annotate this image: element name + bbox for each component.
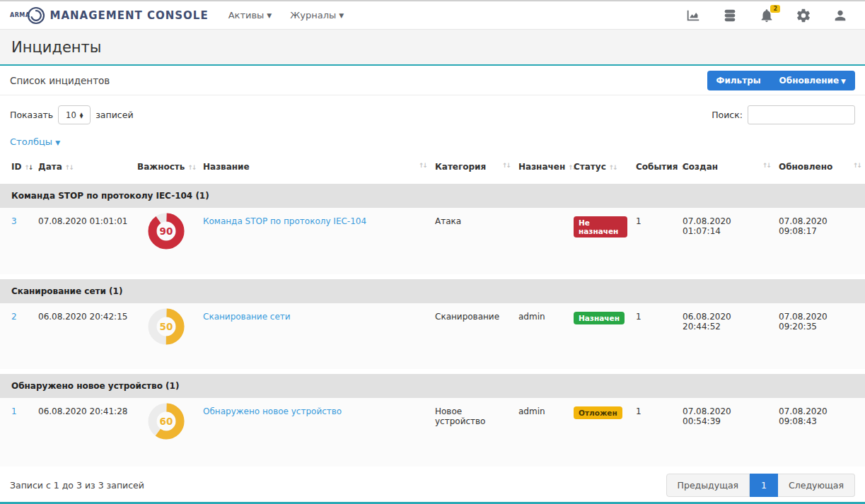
panel-title: Список инцидентов <box>10 75 110 86</box>
incident-assignee: admin <box>514 398 569 467</box>
incident-date: 06.08.2020 20:41:28 <box>34 398 133 467</box>
incident-id-link[interactable]: 3 <box>11 216 17 226</box>
incident-events-count: 1 <box>632 208 678 276</box>
chevron-down-icon: ▼ <box>339 12 344 19</box>
col-header-id[interactable]: ID↑↓ <box>0 155 34 182</box>
menu-journals-label: Журналы <box>290 10 336 20</box>
sort-icon: ↑↓ <box>502 162 510 169</box>
database-icon[interactable] <box>722 8 738 23</box>
col-header-label: Создан <box>683 162 718 172</box>
gear-icon[interactable] <box>796 8 811 23</box>
group-header-row: Сканирование сети (1) <box>0 276 865 303</box>
page-size-control: Показать 10 ▲▼ записей <box>10 105 134 124</box>
table-row: 3 07.08.2020 01:01:01 90 Команда STOP по… <box>0 208 865 276</box>
group-title: Команда STOP по протоколу IEC-104 (1) <box>0 182 865 209</box>
menu-assets-label: Активы <box>228 10 265 20</box>
col-header-severity[interactable]: Важность↑↓ <box>133 155 199 182</box>
page-title: Инциденты <box>11 39 854 56</box>
search-label: Поиск: <box>712 110 743 120</box>
next-page-button[interactable]: Следующая <box>778 474 855 497</box>
search-input[interactable] <box>748 105 855 124</box>
incident-name-link[interactable]: Обнаружено новое устройство <box>203 406 342 416</box>
incident-category: Атака <box>431 208 514 276</box>
chevron-down-icon: ▼ <box>841 78 846 85</box>
svg-text:90: 90 <box>159 225 173 237</box>
pagination: Предыдущая 1 Следующая <box>666 474 855 497</box>
col-header-label: Категория <box>435 162 486 172</box>
page-size-select[interactable]: 10 ▲▼ <box>58 105 91 124</box>
col-header-label: ID <box>11 162 21 172</box>
main-menu: Активы ▼ Журналы ▼ <box>228 10 344 20</box>
incident-assignee <box>514 208 569 276</box>
page-title-bar: Инциденты <box>0 30 865 66</box>
col-header-label: Важность <box>137 162 185 172</box>
sort-icon: ↑↓ <box>853 162 861 169</box>
arma-logo-text: ARMA <box>10 12 30 18</box>
filters-button[interactable]: Фильтры <box>707 71 770 90</box>
status-badge: Назначен <box>574 312 625 324</box>
area-chart-icon[interactable] <box>685 8 701 23</box>
col-header-label: Назначен <box>518 162 565 172</box>
sort-icon: ↑↓ <box>762 162 770 169</box>
sort-icon: ↑↓ <box>187 164 195 171</box>
show-label: Показать <box>10 110 53 120</box>
severity-gauge: 90 <box>147 212 185 250</box>
search-control: Поиск: <box>712 105 855 124</box>
columns-row: Столбцы ▼ <box>0 129 865 155</box>
refresh-button-label: Обновление <box>779 76 839 86</box>
severity-gauge: 50 <box>147 307 185 346</box>
col-header-category[interactable]: Категория↑↓ <box>431 155 514 182</box>
col-header-assignee[interactable]: Назначен↑↓ <box>514 155 569 182</box>
status-badge: Не назначен <box>574 216 627 238</box>
previous-page-button[interactable]: Предыдущая <box>666 474 750 497</box>
incident-assignee: admin <box>514 303 569 372</box>
col-header-date[interactable]: Дата↑↓ <box>34 155 133 182</box>
col-header-events[interactable]: События↑↓ <box>632 155 678 182</box>
records-info: Записи с 1 до 3 из 3 записей <box>10 480 144 491</box>
incident-created: 07.08.2020 01:07:14 <box>678 208 774 276</box>
menu-journals[interactable]: Журналы ▼ <box>290 10 344 20</box>
chevron-down-icon: ▼ <box>267 12 272 19</box>
incident-id-link[interactable]: 1 <box>11 406 17 416</box>
incident-category: Новое устройство <box>431 398 514 467</box>
incident-id-link[interactable]: 2 <box>11 312 17 322</box>
sort-icon: ↑↓ <box>609 164 617 171</box>
user-icon[interactable] <box>832 8 848 23</box>
severity-gauge: 60 <box>147 402 185 440</box>
incident-updated: 07.08.2020 09:08:43 <box>774 398 865 467</box>
col-header-status[interactable]: Статус↑↓ <box>569 155 632 182</box>
chevron-down-icon: ▼ <box>55 139 60 146</box>
incident-date: 07.08.2020 01:01:01 <box>34 208 133 276</box>
col-header-label: Название <box>203 162 250 172</box>
sort-icon: ↑↓ <box>419 162 426 169</box>
top-navbar: ARMA MANAGEMENT CONSOLE Активы ▼ Журналы… <box>0 0 865 30</box>
navbar-icons: 2 <box>685 8 855 23</box>
columns-button-label: Столбцы <box>10 136 52 147</box>
incident-events-count: 1 <box>632 398 678 467</box>
brand-title: MANAGEMENT CONSOLE <box>50 9 209 22</box>
col-header-updated[interactable]: Обновлено↑↓ <box>774 155 865 182</box>
current-page-button[interactable]: 1 <box>750 474 778 497</box>
columns-button[interactable]: Столбцы ▼ <box>10 136 60 147</box>
table-footer: Записи с 1 до 3 из 3 записей Предыдущая … <box>0 467 865 503</box>
incident-events-count: 1 <box>632 303 678 372</box>
group-title: Сканирование сети (1) <box>0 276 865 303</box>
incident-updated: 07.08.2020 09:08:17 <box>774 208 865 276</box>
col-header-name[interactable]: Название↑↓ <box>199 155 431 182</box>
group-header-row: Обнаружено новое устройство (1) <box>0 372 865 399</box>
incident-name-link[interactable]: Сканирование сети <box>203 312 291 322</box>
refresh-button[interactable]: Обновление▼ <box>770 71 855 90</box>
menu-assets[interactable]: Активы ▼ <box>228 10 272 20</box>
brand-logo[interactable]: ARMA MANAGEMENT CONSOLE <box>10 6 209 25</box>
table-controls: Показать 10 ▲▼ записей Поиск: <box>0 95 865 129</box>
incident-date: 06.08.2020 20:42:15 <box>34 303 133 372</box>
bell-icon[interactable]: 2 <box>759 8 774 23</box>
group-header-row: Команда STOP по протоколу IEC-104 (1) <box>0 182 865 209</box>
records-label: записей <box>95 110 133 120</box>
col-header-created[interactable]: Создан↑↓ <box>678 155 774 182</box>
incident-created: 07.08.2020 00:54:39 <box>678 398 774 467</box>
table-row: 2 06.08.2020 20:42:15 50 Сканирование се… <box>0 303 865 372</box>
sort-icon: ↑↓ <box>24 164 32 171</box>
incident-name-link[interactable]: Команда STOP по протоколу IEC-104 <box>203 216 366 226</box>
panel-header: Список инцидентов Фильтры Обновление▼ <box>0 66 865 95</box>
